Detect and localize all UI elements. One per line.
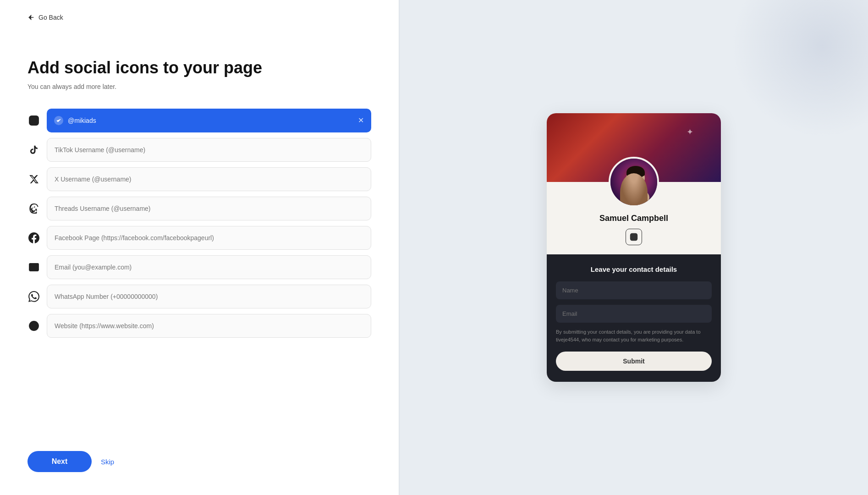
preview-social-icons	[547, 223, 721, 254]
preview-name-input[interactable]	[556, 281, 712, 299]
x-input[interactable]	[47, 167, 371, 191]
svg-rect-7	[610, 159, 659, 207]
whatsapp-row	[27, 285, 371, 308]
left-panel: Go Back Add social icons to your page Yo…	[0, 0, 399, 495]
phone-preview: Samuel Campbell Leave your contact detai…	[547, 113, 721, 382]
right-panel: Samuel Campbell Leave your contact detai…	[400, 0, 868, 495]
tiktok-row	[27, 138, 371, 162]
preview-contact-title: Leave your contact details	[556, 265, 712, 273]
skip-button[interactable]: Skip	[101, 458, 114, 466]
website-icon	[27, 319, 40, 332]
threads-icon	[27, 202, 40, 215]
preview-email-input[interactable]	[556, 305, 712, 323]
email-row	[27, 255, 371, 279]
website-row	[27, 314, 371, 338]
preview-submit-button[interactable]: Submit	[556, 352, 712, 371]
email-icon	[27, 261, 40, 274]
facebook-row	[27, 226, 371, 250]
whatsapp-icon	[27, 290, 40, 303]
email-input[interactable]	[47, 255, 371, 279]
threads-row	[27, 197, 371, 220]
bottom-actions: Next Skip	[27, 451, 371, 481]
x-icon	[27, 173, 40, 186]
instagram-value: @mikiads	[68, 117, 353, 124]
go-back-link[interactable]: Go Back	[27, 14, 63, 21]
svg-point-13	[632, 236, 635, 238]
facebook-input[interactable]	[47, 226, 371, 250]
facebook-icon	[27, 231, 40, 244]
whatsapp-input[interactable]	[47, 285, 371, 308]
threads-input[interactable]	[47, 197, 371, 220]
preview-instagram-icon	[626, 229, 642, 245]
page-subtitle: You can always add more later.	[27, 83, 371, 90]
avatar-image	[610, 159, 659, 207]
svg-rect-11	[626, 171, 645, 176]
svg-point-3	[36, 118, 37, 119]
instagram-clear-button[interactable]: ✕	[358, 117, 364, 124]
svg-point-14	[635, 235, 636, 236]
preview-disclaimer: By submitting your contact details, you …	[556, 328, 712, 343]
tiktok-input[interactable]	[47, 138, 371, 162]
svg-point-2	[32, 119, 36, 122]
check-icon	[54, 116, 63, 125]
instagram-active-field[interactable]: @mikiads ✕	[47, 109, 371, 132]
next-button[interactable]: Next	[27, 451, 92, 472]
preview-contact-section: Leave your contact details By submitting…	[547, 254, 721, 382]
avatar	[609, 157, 659, 207]
svg-point-9	[622, 188, 649, 207]
social-fields-container: @mikiads ✕	[27, 109, 371, 433]
arrow-left-icon	[27, 14, 35, 21]
go-back-label: Go Back	[38, 14, 63, 21]
preview-profile-name: Samuel Campbell	[547, 214, 721, 223]
website-input[interactable]	[47, 314, 371, 338]
instagram-row: @mikiads ✕	[27, 109, 371, 132]
x-row	[27, 167, 371, 191]
avatar-wrapper	[547, 157, 721, 207]
tiktok-icon	[27, 143, 40, 156]
instagram-icon	[27, 114, 40, 127]
page-title: Add social icons to your page	[27, 58, 371, 77]
